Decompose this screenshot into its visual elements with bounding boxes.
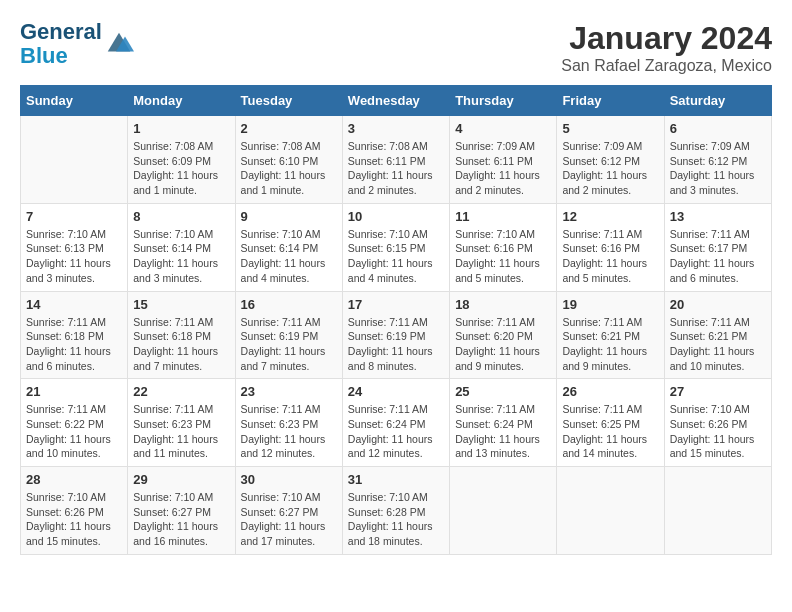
calendar-week-row: 14Sunrise: 7:11 AM Sunset: 6:18 PM Dayli…	[21, 291, 772, 379]
calendar-cell: 3Sunrise: 7:08 AM Sunset: 6:11 PM Daylig…	[342, 116, 449, 204]
day-number: 15	[133, 297, 229, 312]
day-info: Sunrise: 7:10 AM Sunset: 6:13 PM Dayligh…	[26, 227, 122, 286]
day-number: 8	[133, 209, 229, 224]
day-number: 3	[348, 121, 444, 136]
day-info: Sunrise: 7:09 AM Sunset: 6:12 PM Dayligh…	[670, 139, 766, 198]
calendar-week-row: 1Sunrise: 7:08 AM Sunset: 6:09 PM Daylig…	[21, 116, 772, 204]
day-info: Sunrise: 7:10 AM Sunset: 6:27 PM Dayligh…	[133, 490, 229, 549]
calendar-cell	[557, 467, 664, 555]
day-info: Sunrise: 7:09 AM Sunset: 6:12 PM Dayligh…	[562, 139, 658, 198]
logo-text: General Blue	[20, 20, 102, 68]
calendar-cell: 25Sunrise: 7:11 AM Sunset: 6:24 PM Dayli…	[450, 379, 557, 467]
calendar-cell: 13Sunrise: 7:11 AM Sunset: 6:17 PM Dayli…	[664, 203, 771, 291]
day-number: 26	[562, 384, 658, 399]
day-info: Sunrise: 7:10 AM Sunset: 6:26 PM Dayligh…	[26, 490, 122, 549]
day-number: 28	[26, 472, 122, 487]
day-number: 18	[455, 297, 551, 312]
day-number: 23	[241, 384, 337, 399]
title-section: January 2024 San Rafael Zaragoza, Mexico	[561, 20, 772, 75]
calendar-week-row: 7Sunrise: 7:10 AM Sunset: 6:13 PM Daylig…	[21, 203, 772, 291]
weekday-header-saturday: Saturday	[664, 86, 771, 116]
day-info: Sunrise: 7:11 AM Sunset: 6:24 PM Dayligh…	[348, 402, 444, 461]
calendar-cell: 23Sunrise: 7:11 AM Sunset: 6:23 PM Dayli…	[235, 379, 342, 467]
weekday-header-thursday: Thursday	[450, 86, 557, 116]
calendar-table: SundayMondayTuesdayWednesdayThursdayFrid…	[20, 85, 772, 555]
logo: General Blue	[20, 20, 134, 68]
day-number: 7	[26, 209, 122, 224]
day-info: Sunrise: 7:08 AM Sunset: 6:10 PM Dayligh…	[241, 139, 337, 198]
calendar-cell: 20Sunrise: 7:11 AM Sunset: 6:21 PM Dayli…	[664, 291, 771, 379]
day-number: 31	[348, 472, 444, 487]
day-number: 1	[133, 121, 229, 136]
day-info: Sunrise: 7:11 AM Sunset: 6:23 PM Dayligh…	[133, 402, 229, 461]
calendar-cell: 6Sunrise: 7:09 AM Sunset: 6:12 PM Daylig…	[664, 116, 771, 204]
day-info: Sunrise: 7:08 AM Sunset: 6:11 PM Dayligh…	[348, 139, 444, 198]
calendar-cell: 8Sunrise: 7:10 AM Sunset: 6:14 PM Daylig…	[128, 203, 235, 291]
weekday-header-wednesday: Wednesday	[342, 86, 449, 116]
calendar-cell: 10Sunrise: 7:10 AM Sunset: 6:15 PM Dayli…	[342, 203, 449, 291]
calendar-cell: 5Sunrise: 7:09 AM Sunset: 6:12 PM Daylig…	[557, 116, 664, 204]
day-number: 24	[348, 384, 444, 399]
day-number: 25	[455, 384, 551, 399]
weekday-header-monday: Monday	[128, 86, 235, 116]
calendar-cell: 26Sunrise: 7:11 AM Sunset: 6:25 PM Dayli…	[557, 379, 664, 467]
weekday-header-row: SundayMondayTuesdayWednesdayThursdayFrid…	[21, 86, 772, 116]
calendar-cell: 9Sunrise: 7:10 AM Sunset: 6:14 PM Daylig…	[235, 203, 342, 291]
day-info: Sunrise: 7:10 AM Sunset: 6:14 PM Dayligh…	[241, 227, 337, 286]
day-number: 30	[241, 472, 337, 487]
day-number: 6	[670, 121, 766, 136]
day-info: Sunrise: 7:08 AM Sunset: 6:09 PM Dayligh…	[133, 139, 229, 198]
logo-icon	[104, 29, 134, 59]
day-info: Sunrise: 7:11 AM Sunset: 6:25 PM Dayligh…	[562, 402, 658, 461]
calendar-cell: 28Sunrise: 7:10 AM Sunset: 6:26 PM Dayli…	[21, 467, 128, 555]
day-info: Sunrise: 7:11 AM Sunset: 6:21 PM Dayligh…	[670, 315, 766, 374]
day-info: Sunrise: 7:11 AM Sunset: 6:16 PM Dayligh…	[562, 227, 658, 286]
calendar-cell: 24Sunrise: 7:11 AM Sunset: 6:24 PM Dayli…	[342, 379, 449, 467]
calendar-week-row: 28Sunrise: 7:10 AM Sunset: 6:26 PM Dayli…	[21, 467, 772, 555]
weekday-header-friday: Friday	[557, 86, 664, 116]
calendar-cell: 22Sunrise: 7:11 AM Sunset: 6:23 PM Dayli…	[128, 379, 235, 467]
day-number: 4	[455, 121, 551, 136]
day-info: Sunrise: 7:11 AM Sunset: 6:20 PM Dayligh…	[455, 315, 551, 374]
month-title: January 2024	[561, 20, 772, 57]
day-info: Sunrise: 7:10 AM Sunset: 6:27 PM Dayligh…	[241, 490, 337, 549]
calendar-week-row: 21Sunrise: 7:11 AM Sunset: 6:22 PM Dayli…	[21, 379, 772, 467]
calendar-cell: 2Sunrise: 7:08 AM Sunset: 6:10 PM Daylig…	[235, 116, 342, 204]
calendar-cell: 12Sunrise: 7:11 AM Sunset: 6:16 PM Dayli…	[557, 203, 664, 291]
day-info: Sunrise: 7:10 AM Sunset: 6:26 PM Dayligh…	[670, 402, 766, 461]
calendar-cell: 31Sunrise: 7:10 AM Sunset: 6:28 PM Dayli…	[342, 467, 449, 555]
calendar-cell: 4Sunrise: 7:09 AM Sunset: 6:11 PM Daylig…	[450, 116, 557, 204]
calendar-cell: 7Sunrise: 7:10 AM Sunset: 6:13 PM Daylig…	[21, 203, 128, 291]
day-info: Sunrise: 7:11 AM Sunset: 6:17 PM Dayligh…	[670, 227, 766, 286]
day-number: 27	[670, 384, 766, 399]
calendar-cell: 17Sunrise: 7:11 AM Sunset: 6:19 PM Dayli…	[342, 291, 449, 379]
day-number: 20	[670, 297, 766, 312]
day-number: 19	[562, 297, 658, 312]
day-number: 17	[348, 297, 444, 312]
day-number: 14	[26, 297, 122, 312]
calendar-cell	[450, 467, 557, 555]
calendar-cell: 21Sunrise: 7:11 AM Sunset: 6:22 PM Dayli…	[21, 379, 128, 467]
day-number: 16	[241, 297, 337, 312]
day-info: Sunrise: 7:11 AM Sunset: 6:18 PM Dayligh…	[26, 315, 122, 374]
calendar-cell: 11Sunrise: 7:10 AM Sunset: 6:16 PM Dayli…	[450, 203, 557, 291]
day-info: Sunrise: 7:09 AM Sunset: 6:11 PM Dayligh…	[455, 139, 551, 198]
logo-line2: Blue	[20, 43, 68, 68]
day-number: 13	[670, 209, 766, 224]
day-number: 12	[562, 209, 658, 224]
day-info: Sunrise: 7:11 AM Sunset: 6:19 PM Dayligh…	[241, 315, 337, 374]
day-info: Sunrise: 7:10 AM Sunset: 6:14 PM Dayligh…	[133, 227, 229, 286]
page-header: General Blue January 2024 San Rafael Zar…	[20, 20, 772, 75]
day-info: Sunrise: 7:10 AM Sunset: 6:15 PM Dayligh…	[348, 227, 444, 286]
calendar-cell	[21, 116, 128, 204]
calendar-cell: 16Sunrise: 7:11 AM Sunset: 6:19 PM Dayli…	[235, 291, 342, 379]
calendar-cell: 14Sunrise: 7:11 AM Sunset: 6:18 PM Dayli…	[21, 291, 128, 379]
calendar-cell: 1Sunrise: 7:08 AM Sunset: 6:09 PM Daylig…	[128, 116, 235, 204]
calendar-cell	[664, 467, 771, 555]
calendar-cell: 27Sunrise: 7:10 AM Sunset: 6:26 PM Dayli…	[664, 379, 771, 467]
day-info: Sunrise: 7:11 AM Sunset: 6:19 PM Dayligh…	[348, 315, 444, 374]
day-info: Sunrise: 7:11 AM Sunset: 6:24 PM Dayligh…	[455, 402, 551, 461]
day-number: 22	[133, 384, 229, 399]
day-number: 29	[133, 472, 229, 487]
weekday-header-tuesday: Tuesday	[235, 86, 342, 116]
